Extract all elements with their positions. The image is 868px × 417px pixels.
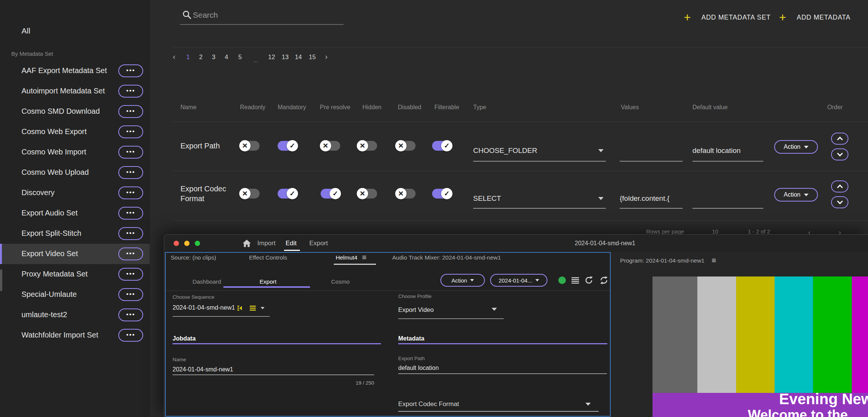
page-size-select[interactable]: 10 [712, 228, 718, 235]
values-underline[interactable] [620, 161, 683, 162]
page-2[interactable]: 2 [196, 53, 206, 61]
more-options-button[interactable] [118, 247, 143, 260]
sidebar-item[interactable]: Special-Umlaute [0, 284, 150, 305]
page-13[interactable]: 13 [280, 53, 290, 61]
chevron-down-icon[interactable] [598, 149, 604, 152]
more-options-button[interactable] [118, 64, 143, 77]
tab-export-helmut[interactable]: Export [260, 278, 277, 285]
tab-edit[interactable]: Edit [286, 240, 296, 247]
more-options-button[interactable] [118, 186, 143, 199]
window-titlebar[interactable]: Import Edit Export 2024-01-04-smd-new1 [164, 235, 868, 252]
more-options-button[interactable] [118, 125, 143, 138]
action-button[interactable]: Action [774, 140, 818, 154]
sidebar-item[interactable]: AAF Export Metadata Set [0, 61, 150, 81]
sidebar-item[interactable]: umlaute-test2 [0, 305, 150, 325]
profile-value[interactable]: Export Video [398, 306, 434, 313]
toggle-filterable[interactable] [432, 189, 452, 199]
tab-export[interactable]: Export [309, 240, 328, 247]
more-options-button[interactable] [118, 227, 143, 240]
toggle-filterable[interactable] [432, 141, 452, 151]
more-options-button[interactable] [118, 288, 143, 301]
close-button[interactable] [174, 241, 179, 246]
export-path-input[interactable]: default location [398, 365, 439, 371]
type-select[interactable]: SELECT [473, 194, 501, 203]
tab-source[interactable]: Source: (no clips) [171, 254, 216, 261]
date-dropdown[interactable]: 2024-01-04... [490, 274, 547, 287]
tab-import[interactable]: Import [257, 240, 275, 247]
sidebar-item-all[interactable]: All [21, 26, 30, 35]
toggle-mandatory[interactable] [278, 141, 297, 151]
minimize-button[interactable] [184, 241, 189, 246]
tab-cosmo[interactable]: Cosmo [331, 278, 350, 285]
refresh-icon[interactable] [584, 275, 594, 285]
sidebar-item[interactable]: Proxy Metadata Set [0, 264, 150, 284]
sidebar-item[interactable]: Export Split-Stitch [0, 223, 150, 244]
search-input[interactable] [193, 8, 336, 22]
more-options-button[interactable] [118, 105, 143, 118]
tab-audio-track-mixer[interactable]: Audio Track Mixer: 2024-01-04-smd-new1 [392, 254, 501, 261]
sidebar-item[interactable]: Discovery [0, 183, 150, 203]
scrollbar[interactable] [0, 269, 2, 291]
move-down-button[interactable] [831, 148, 848, 160]
page-3[interactable]: 3 [209, 53, 219, 61]
add-metadata-set-button[interactable]: + ADD METADATA SET [684, 10, 771, 25]
default-underline[interactable] [692, 208, 763, 209]
toggle-readonly[interactable] [240, 189, 260, 199]
chevron-down-icon[interactable] [598, 197, 604, 200]
page-4[interactable]: 4 [222, 53, 231, 61]
export-codec-select[interactable]: Export Codec Format [398, 400, 459, 408]
name-input[interactable]: 2024-01-04-smd-new1 [173, 366, 233, 373]
move-up-button[interactable] [831, 180, 848, 192]
toggle-disabled[interactable] [396, 189, 416, 199]
type-select[interactable]: CHOOSE_FOLDER [473, 147, 537, 155]
sequence-insert-icon[interactable] [237, 305, 246, 311]
sidebar-item-selected[interactable]: Export Video Set [0, 244, 150, 264]
more-options-button[interactable] [118, 207, 143, 220]
page-1[interactable]: 1 [183, 53, 193, 61]
tab-effect-controls[interactable]: Effect Controls [249, 254, 287, 261]
more-options-button[interactable] [118, 329, 143, 342]
page-15[interactable]: 15 [307, 53, 317, 61]
chevron-down-icon[interactable] [261, 307, 264, 309]
tab-dashboard[interactable]: Dashboard [193, 278, 221, 285]
sync-icon[interactable] [599, 275, 609, 285]
tab-helmut4[interactable]: Helmut4 [336, 254, 358, 261]
sidebar-item[interactable]: Watchfolder Import Set [0, 325, 150, 345]
toggle-hidden[interactable] [358, 189, 377, 199]
more-options-button[interactable] [118, 146, 143, 159]
toggle-disabled[interactable] [396, 141, 416, 151]
panel-menu-icon[interactable]: ≡ [712, 256, 716, 265]
more-options-button[interactable] [118, 268, 143, 281]
sequence-menu-icon[interactable] [249, 305, 256, 311]
page-5[interactable]: 5 [235, 53, 245, 61]
home-icon[interactable] [242, 238, 252, 248]
move-down-button[interactable] [831, 196, 848, 208]
maximize-button[interactable] [195, 241, 200, 246]
values-value[interactable]: {folder.content.{ [620, 194, 669, 203]
sidebar-item[interactable]: Cosmo Web Export [0, 122, 150, 142]
add-metadata-button[interactable]: + ADD METADATA [779, 10, 851, 25]
more-options-button[interactable] [118, 85, 143, 98]
page-next[interactable]: › [321, 52, 331, 61]
sidebar-item[interactable]: Cosmo SMD Download [0, 101, 150, 122]
more-options-button[interactable] [118, 166, 143, 179]
chevron-down-icon[interactable] [492, 308, 497, 311]
action-dropdown[interactable]: Action [440, 274, 485, 287]
toggle-preresolve[interactable] [321, 189, 340, 199]
move-up-button[interactable] [831, 133, 848, 145]
toggle-hidden[interactable] [358, 141, 377, 151]
page-14[interactable]: 14 [293, 53, 303, 61]
page-prev[interactable]: ‹ [169, 52, 179, 61]
panel-menu-icon[interactable]: ≡ [362, 253, 367, 262]
sequence-value[interactable]: 2024-01-04-smd-new1 [173, 304, 235, 311]
chevron-down-icon[interactable] [585, 403, 591, 406]
sidebar-item[interactable]: Export Audio Set [0, 203, 150, 223]
queue-list-icon[interactable] [571, 277, 579, 284]
sidebar-item[interactable]: Cosmo Web Upload [0, 162, 150, 183]
toggle-readonly[interactable] [240, 141, 260, 151]
sidebar-item[interactable]: Autoimport Metadata Set [0, 81, 150, 101]
sidebar-item[interactable]: Cosmo Web Import [0, 142, 150, 162]
page-12[interactable]: 12 [267, 53, 277, 61]
action-button[interactable]: Action [774, 188, 818, 202]
more-options-button[interactable] [118, 309, 143, 321]
